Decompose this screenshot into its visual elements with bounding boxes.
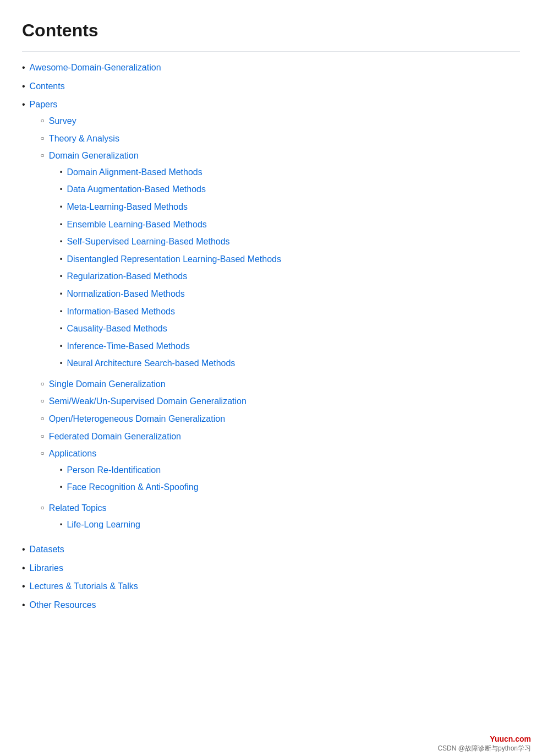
list-item: Contents bbox=[22, 79, 520, 94]
toc-link[interactable]: Domain Generalization bbox=[49, 149, 520, 163]
list-item: ApplicationsPerson Re-IdentificationFace… bbox=[30, 447, 520, 498]
list-item: Self-Supervised Learning-Based Methods bbox=[49, 235, 520, 249]
toc-link[interactable]: Face Recognition & Anti-Spoofing bbox=[67, 480, 198, 494]
toc-link[interactable]: Other Resources bbox=[30, 598, 520, 612]
list-item: Datasets bbox=[22, 542, 520, 557]
list-item: Survey bbox=[30, 114, 520, 128]
list-item: PapersSurveyTheory & AnalysisDomain Gene… bbox=[22, 97, 520, 538]
list-item: Disentangled Representation Learning-Bas… bbox=[49, 252, 520, 266]
toc-link[interactable]: Ensemble Learning-Based Methods bbox=[67, 217, 206, 232]
toc-link[interactable]: Single Domain Generalization bbox=[49, 377, 520, 391]
toc-level2: SurveyTheory & AnalysisDomain Generaliza… bbox=[30, 114, 520, 538]
list-item: Other Resources bbox=[22, 598, 520, 612]
list-item: Domain Alignment-Based Methods bbox=[49, 165, 520, 180]
toc-link[interactable]: Open/Heterogeneous Domain Generalization bbox=[49, 412, 520, 426]
toc-level1: Awesome-Domain-GeneralizationContentsPap… bbox=[22, 61, 520, 612]
toc-link[interactable]: Survey bbox=[49, 114, 520, 128]
toc-link[interactable]: Libraries bbox=[30, 561, 520, 575]
toc-link[interactable]: Papers bbox=[30, 97, 520, 112]
list-item: Theory & Analysis bbox=[30, 132, 520, 146]
list-item: Information-Based Methods bbox=[49, 304, 520, 319]
list-item: Lectures & Tutorials & Talks bbox=[22, 579, 520, 594]
toc-link[interactable]: Information-Based Methods bbox=[67, 304, 175, 319]
toc-level3: Life-Long Learning bbox=[49, 518, 520, 535]
toc-link[interactable]: Related Topics bbox=[49, 501, 520, 515]
toc-link[interactable]: Causality-Based Methods bbox=[67, 322, 167, 336]
list-item: Libraries bbox=[22, 561, 520, 575]
list-item: Ensemble Learning-Based Methods bbox=[49, 217, 520, 232]
list-item: Single Domain Generalization bbox=[30, 377, 520, 391]
toc-link[interactable]: Domain Alignment-Based Methods bbox=[67, 165, 202, 180]
list-item: Federated Domain Generalization bbox=[30, 429, 520, 444]
list-item: Domain GeneralizationDomain Alignment-Ba… bbox=[30, 149, 520, 374]
list-item: Normalization-Based Methods bbox=[49, 287, 520, 301]
list-item: Causality-Based Methods bbox=[49, 322, 520, 336]
toc-link[interactable]: Person Re-Identification bbox=[67, 463, 161, 477]
list-item: Regularization-Based Methods bbox=[49, 269, 520, 284]
list-item: Neural Architecture Search-based Methods bbox=[49, 356, 520, 371]
toc-link[interactable]: Life-Long Learning bbox=[67, 518, 140, 532]
toc-link[interactable]: Semi/Weak/Un-Supervised Domain Generaliz… bbox=[49, 394, 520, 409]
toc-container: Awesome-Domain-GeneralizationContentsPap… bbox=[22, 61, 520, 612]
toc-link[interactable]: Neural Architecture Search-based Methods bbox=[67, 356, 235, 371]
toc-link[interactable]: Regularization-Based Methods bbox=[67, 269, 187, 284]
toc-link[interactable]: Theory & Analysis bbox=[49, 132, 520, 146]
list-item: Awesome-Domain-Generalization bbox=[22, 61, 520, 75]
toc-link[interactable]: Contents bbox=[30, 79, 520, 94]
list-item: Related TopicsLife-Long Learning bbox=[30, 501, 520, 535]
list-item: Open/Heterogeneous Domain Generalization bbox=[30, 412, 520, 426]
toc-link[interactable]: Data Augmentation-Based Methods bbox=[67, 182, 206, 197]
list-item: Data Augmentation-Based Methods bbox=[49, 182, 520, 197]
toc-link[interactable]: Meta-Learning-Based Methods bbox=[67, 200, 188, 214]
toc-link[interactable]: Federated Domain Generalization bbox=[49, 429, 520, 444]
list-item: Face Recognition & Anti-Spoofing bbox=[49, 480, 520, 494]
toc-link[interactable]: Normalization-Based Methods bbox=[67, 287, 184, 301]
toc-level3: Domain Alignment-Based MethodsData Augme… bbox=[49, 165, 520, 374]
toc-link[interactable]: Datasets bbox=[30, 542, 520, 557]
list-item: Semi/Weak/Un-Supervised Domain Generaliz… bbox=[30, 394, 520, 409]
list-item: Inference-Time-Based Methods bbox=[49, 339, 520, 353]
list-item: Life-Long Learning bbox=[49, 518, 520, 532]
toc-link[interactable]: Lectures & Tutorials & Talks bbox=[30, 579, 520, 594]
toc-link[interactable]: Disentangled Representation Learning-Bas… bbox=[67, 252, 281, 266]
toc-link[interactable]: Awesome-Domain-Generalization bbox=[30, 61, 520, 75]
list-item: Person Re-Identification bbox=[49, 463, 520, 477]
toc-link[interactable]: Self-Supervised Learning-Based Methods bbox=[67, 235, 229, 249]
toc-link[interactable]: Inference-Time-Based Methods bbox=[67, 339, 190, 353]
page-title: Contents bbox=[22, 17, 520, 52]
list-item: Meta-Learning-Based Methods bbox=[49, 200, 520, 214]
toc-level3: Person Re-IdentificationFace Recognition… bbox=[49, 463, 520, 498]
toc-link[interactable]: Applications bbox=[49, 447, 520, 461]
